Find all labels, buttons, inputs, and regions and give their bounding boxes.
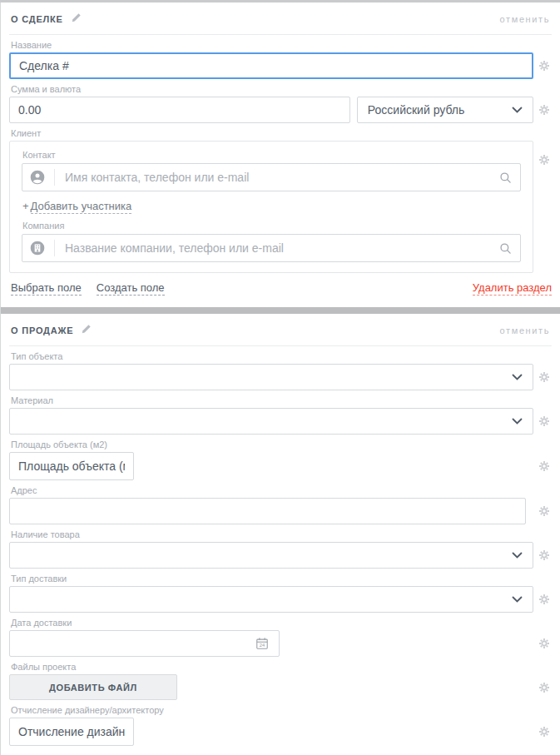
name-field-row bbox=[9, 52, 555, 79]
chevron-down-icon bbox=[512, 596, 523, 603]
sale-section: О ПРОДАЖЕ отменить Тип объекта Материал … bbox=[1, 314, 560, 755]
plus-icon: + bbox=[22, 200, 29, 212]
search-icon[interactable] bbox=[499, 171, 512, 184]
contact-search-field[interactable] bbox=[22, 163, 521, 191]
delete-section-link[interactable]: Удалить раздел bbox=[473, 281, 552, 296]
delivery-date-input[interactable] bbox=[10, 636, 255, 651]
material-select[interactable] bbox=[9, 408, 533, 435]
area-input[interactable] bbox=[9, 452, 134, 480]
deal-section-footer: Выбрать поле Создать поле Удалить раздел bbox=[11, 281, 552, 296]
delivery-type-label: Тип доставки bbox=[11, 574, 555, 584]
divider bbox=[54, 169, 55, 186]
availability-row bbox=[9, 542, 555, 569]
gear-icon[interactable] bbox=[533, 154, 555, 166]
pencil-icon bbox=[71, 12, 82, 27]
material-label: Материал bbox=[11, 395, 555, 405]
designer-fee-row bbox=[9, 718, 555, 746]
object-type-label: Тип объекта bbox=[11, 351, 555, 361]
deal-section-header: О СДЕЛКЕ отменить bbox=[9, 2, 552, 35]
contact-field-label: Контакт bbox=[22, 150, 521, 160]
company-search-input[interactable] bbox=[63, 241, 494, 256]
client-field-row: Контакт +Добавить участника Компания bbox=[9, 141, 555, 273]
project-files-row: ДОБАВИТЬ ФАЙЛ bbox=[9, 674, 555, 700]
add-participant-label: Добавить участника bbox=[31, 200, 132, 214]
object-type-select[interactable] bbox=[9, 364, 533, 390]
chevron-down-icon bbox=[512, 552, 523, 559]
delivery-date-label: Дата доставки bbox=[11, 618, 555, 628]
area-row bbox=[9, 452, 555, 480]
sale-section-title: О ПРОДАЖЕ bbox=[11, 325, 73, 335]
name-input[interactable] bbox=[9, 52, 533, 79]
edit-section-button[interactable] bbox=[81, 323, 92, 338]
deal-section-title: О СДЕЛКЕ bbox=[11, 14, 63, 24]
deal-section: О СДЕЛКЕ отменить Название Сумма и валют… bbox=[1, 2, 560, 307]
gear-icon[interactable] bbox=[533, 460, 555, 472]
section-divider bbox=[1, 307, 560, 314]
gear-icon[interactable] bbox=[533, 682, 555, 693]
address-input[interactable] bbox=[9, 498, 526, 524]
gear-icon[interactable] bbox=[533, 104, 555, 116]
chevron-down-icon bbox=[512, 374, 523, 380]
contact-search-input[interactable] bbox=[63, 170, 494, 185]
client-field-label: Клиент bbox=[11, 128, 555, 138]
cancel-link[interactable]: отменить bbox=[500, 325, 550, 335]
cancel-link[interactable]: отменить bbox=[500, 14, 550, 24]
delivery-type-select[interactable] bbox=[9, 586, 533, 613]
amount-field-label: Сумма и валюта bbox=[11, 84, 555, 94]
building-icon bbox=[29, 240, 46, 256]
gear-icon[interactable] bbox=[533, 415, 555, 427]
delivery-date-field: 24 bbox=[9, 630, 280, 657]
svg-text:24: 24 bbox=[260, 643, 265, 648]
currency-select[interactable]: Российский рубль bbox=[357, 97, 534, 123]
gear-icon[interactable] bbox=[533, 371, 555, 383]
pencil-icon bbox=[81, 323, 92, 338]
person-icon bbox=[29, 169, 46, 186]
sale-section-header: О ПРОДАЖЕ отменить bbox=[9, 314, 552, 346]
name-field-label: Название bbox=[11, 40, 555, 50]
add-file-button[interactable]: ДОБАВИТЬ ФАЙЛ bbox=[9, 674, 177, 700]
edit-section-button[interactable] bbox=[71, 12, 82, 27]
availability-select[interactable] bbox=[9, 542, 533, 569]
gear-icon[interactable] bbox=[533, 726, 555, 738]
gear-icon[interactable] bbox=[533, 638, 555, 649]
amount-field-row: Российский рубль bbox=[9, 97, 555, 123]
create-field-link[interactable]: Создать поле bbox=[97, 281, 165, 296]
designer-fee-input[interactable] bbox=[9, 718, 134, 746]
add-participant-link[interactable]: +Добавить участника bbox=[22, 200, 521, 212]
address-row bbox=[9, 498, 555, 524]
gear-icon[interactable] bbox=[533, 505, 555, 517]
material-row bbox=[9, 408, 555, 435]
select-field-link[interactable]: Выбрать поле bbox=[11, 281, 82, 296]
client-box: Контакт +Добавить участника Компания bbox=[9, 141, 533, 273]
delivery-date-row: 24 bbox=[9, 630, 555, 657]
search-icon[interactable] bbox=[499, 242, 512, 255]
currency-selected-value: Российский рубль bbox=[368, 103, 464, 117]
chevron-down-icon bbox=[512, 418, 523, 425]
company-field-label: Компания bbox=[22, 221, 521, 231]
availability-label: Наличие товара bbox=[11, 529, 555, 539]
area-label: Площадь объекта (м2) bbox=[11, 440, 555, 450]
gear-icon[interactable] bbox=[533, 549, 555, 561]
deal-form-page: О СДЕЛКЕ отменить Название Сумма и валют… bbox=[0, 2, 560, 755]
chevron-down-icon bbox=[512, 107, 523, 113]
calendar-icon[interactable]: 24 bbox=[255, 637, 269, 650]
designer-fee-label: Отчисление дизайнеру/архитектору bbox=[11, 705, 555, 715]
gear-icon[interactable] bbox=[533, 60, 555, 72]
amount-input[interactable] bbox=[9, 97, 350, 123]
project-files-label: Файлы проекта bbox=[11, 662, 555, 672]
object-type-row bbox=[9, 364, 555, 390]
delivery-type-row bbox=[9, 586, 555, 613]
divider bbox=[54, 240, 55, 256]
address-label: Адрес bbox=[11, 485, 555, 495]
company-search-field[interactable] bbox=[22, 234, 521, 262]
gear-icon[interactable] bbox=[533, 594, 555, 605]
